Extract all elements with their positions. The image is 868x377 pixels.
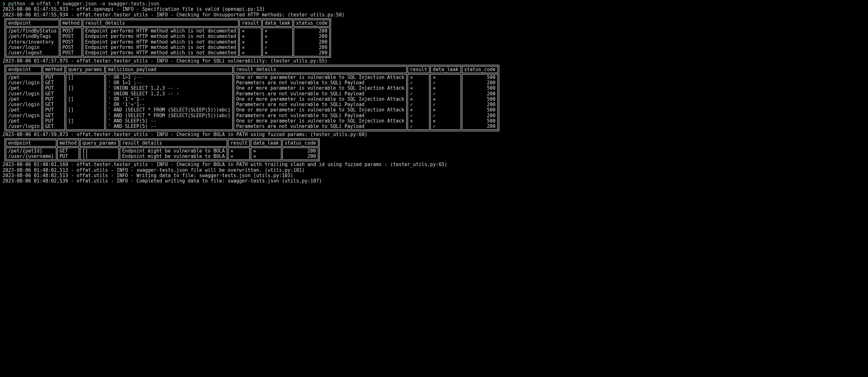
- cell-value: [68, 124, 102, 129]
- log-line: 2023-08-06 01:47:55,934 - offat.tester.t…: [2, 12, 866, 18]
- log-line: 2023-08-06 01:48:02,513 - offat.utils - …: [2, 173, 866, 178]
- cell-value: GET: [60, 148, 77, 154]
- table-header-row: endpoint method query_params result_deta…: [6, 140, 318, 147]
- table-row: /pet/user/login/pet/user/login/pet/user/…: [6, 74, 498, 130]
- cell-value: ✓: [410, 102, 427, 107]
- cell-value: ' AND SLEEP(5) --: [108, 124, 230, 129]
- cell-value: /pet/{petId}: [8, 148, 54, 154]
- cell-value: Endpoint performs HTTP method which is n…: [85, 45, 237, 50]
- cell-value: POST: [62, 39, 80, 45]
- cell-value: []: [82, 148, 117, 154]
- col-data-leak: data_leak: [430, 66, 461, 73]
- cell-value: PUT: [45, 118, 62, 124]
- cell-value: 500: [464, 118, 496, 124]
- cell-value: ✓: [410, 124, 427, 129]
- col-malicious-payload: malicious_payload: [105, 66, 233, 73]
- cell-value: 500: [464, 75, 496, 80]
- col-query-params: query_params: [80, 140, 119, 147]
- col-result-details: result_details: [83, 20, 239, 27]
- command-line: ❯ python -m offat -f swagger.json -o swa…: [2, 1, 866, 7]
- cell-value: POST: [62, 45, 80, 50]
- cell-value: PUT: [45, 107, 62, 113]
- cell-value: []: [68, 86, 102, 91]
- cell-value: One or more parameter is vulnerable to S…: [236, 107, 404, 113]
- cell-value: POST: [62, 50, 80, 56]
- cell-value: ' UNION SELECT 1,2,3 -- -: [108, 86, 230, 91]
- cell-value: ✓: [433, 113, 458, 118]
- cell-value: ✕: [433, 86, 458, 91]
- cell-value: Parameters are not vulnerable to SQLi Pa…: [236, 124, 404, 129]
- cell-value: One or more parameter is vulnerable to S…: [236, 97, 404, 102]
- log-line: 2023-08-06 01:48:01,169 - offat.tester.t…: [2, 162, 866, 167]
- cell-value: POST: [62, 34, 80, 39]
- table-header-row: endpoint method result_details result da…: [6, 20, 330, 27]
- table-header-row: endpoint method query_params malicious_p…: [6, 66, 498, 73]
- cell-value: 200: [296, 28, 327, 34]
- col-result: result: [228, 140, 250, 147]
- cell-value: ✓: [433, 124, 458, 129]
- cell-value: ✕: [242, 34, 259, 39]
- cell-value: ✓: [433, 80, 458, 86]
- col-data-leak: data_leak: [262, 20, 293, 27]
- cell-value: One or more parameter is vulnerable to S…: [236, 75, 404, 80]
- bola-table: endpoint method query_params result_deta…: [4, 138, 320, 162]
- col-method: method: [42, 66, 65, 73]
- cell-value: /pet/findByTags: [8, 34, 57, 39]
- cell-value: Endpoint might be vulnerable to BOLA: [122, 148, 225, 154]
- cell-value: GET: [45, 91, 62, 97]
- cell-value: ✓: [433, 91, 458, 97]
- cell-value: []: [68, 107, 102, 113]
- cell-value: ✓: [410, 113, 427, 118]
- cell-value: /pet/findByStatus: [8, 28, 57, 34]
- cell-value: ' AND SLEEP(5) --: [108, 118, 230, 124]
- cell-value: ✓: [410, 80, 427, 86]
- cell-value: /pet: [8, 86, 39, 91]
- cell-value: []: [68, 118, 102, 124]
- cell-value: 200: [296, 45, 327, 50]
- cell-value: PUT: [60, 154, 77, 159]
- cell-value: ' OR 1=1 ;--: [108, 75, 230, 80]
- cell-value: [68, 113, 102, 118]
- cell-value: ' OR '1'='1--: [108, 102, 230, 107]
- table-row: /pet/{petId}/user/{username} GETPUT [][]…: [6, 147, 318, 161]
- col-status-code: status_code: [462, 66, 498, 73]
- cell-value: []: [68, 75, 102, 80]
- cell-value: [68, 91, 102, 97]
- cell-value: 200: [296, 34, 327, 39]
- col-data-leak: data_leak: [251, 140, 281, 147]
- cell-value: ✕: [433, 75, 458, 80]
- cell-value: /user/login: [8, 91, 39, 97]
- cell-value: 200: [464, 113, 496, 118]
- cell-value: ' UNION SELECT 1,2,3 -- -: [108, 91, 230, 97]
- cell-value: Endpoint performs HTTP method which is n…: [85, 50, 237, 56]
- cell-value: Endpoint performs HTTP method which is n…: [85, 39, 237, 45]
- cell-value: ✕: [433, 97, 458, 102]
- cell-value: 200: [464, 91, 496, 97]
- cell-value: /pet: [8, 75, 39, 80]
- cell-value: ✕: [242, 50, 259, 56]
- cell-value: ✕: [253, 148, 279, 154]
- cell-value: ✕: [230, 154, 247, 159]
- cell-value: 200: [285, 154, 316, 159]
- cell-value: Endpoint might be vulnerable to BOLA: [122, 154, 225, 159]
- cell-value: []: [82, 154, 117, 159]
- cell-value: 200: [296, 39, 327, 45]
- cell-value: GET: [45, 124, 62, 129]
- cell-value: /user/login: [8, 113, 39, 118]
- log-line: 2023-08-06 01:48:02,539 - offat.utils - …: [2, 178, 866, 184]
- cell-value: One or more parameter is vulnerable to S…: [236, 118, 404, 124]
- cell-value: [68, 102, 102, 107]
- col-method: method: [60, 20, 82, 27]
- cell-value: GET: [45, 113, 62, 118]
- col-result-details: result_details: [120, 140, 227, 147]
- cell-value: /user/login: [8, 102, 39, 107]
- log-line: 2023-08-06 01:48:02,513 - offat.utils - …: [2, 168, 866, 173]
- cell-value: One or more parameter is vulnerable to S…: [236, 86, 404, 91]
- prompt-symbol: ❯: [2, 1, 5, 7]
- cell-value: 200: [464, 124, 496, 129]
- cell-value: 500: [464, 107, 496, 113]
- cell-value: /user/login: [8, 80, 39, 86]
- cell-value: /user/login: [8, 124, 39, 129]
- cell-value: ✕: [265, 39, 290, 45]
- cell-value: ✓: [410, 91, 427, 97]
